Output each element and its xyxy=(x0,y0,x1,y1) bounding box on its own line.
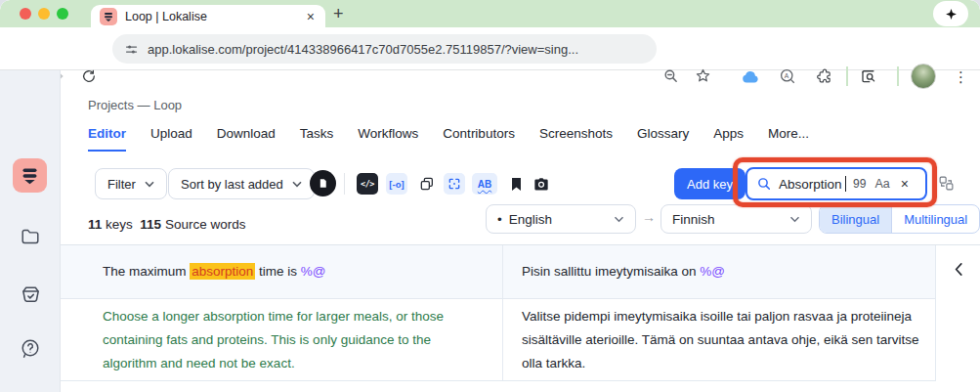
search-highlight: absorption xyxy=(190,263,255,280)
side-panel-search-icon[interactable] xyxy=(860,67,877,85)
search-icon xyxy=(756,176,772,192)
keys-count: 11 xyxy=(88,217,102,232)
collapse-panel-icon[interactable] xyxy=(954,262,963,278)
match-case-toggle[interactable]: Aa xyxy=(874,177,889,191)
spellcheck-glyph: AB xyxy=(478,179,491,190)
tab-contributors[interactable]: Contributors xyxy=(443,126,515,152)
projects-folder-icon[interactable] xyxy=(19,225,42,248)
placeholder-token: %@ xyxy=(700,264,725,279)
chevron-down-icon xyxy=(145,181,154,188)
bookmark-star-icon[interactable] xyxy=(695,67,711,84)
view-mode-toggle: Bilingual Multilingual xyxy=(819,204,980,234)
app-sidebar xyxy=(0,70,61,392)
duplicate-keys-icon[interactable] xyxy=(416,173,438,195)
keys-label: keys xyxy=(106,217,133,232)
filter-button[interactable]: Filter xyxy=(95,168,167,199)
sort-button[interactable]: Sort by last added xyxy=(168,168,315,199)
source-text-before: The maximum xyxy=(103,264,190,279)
tab-download[interactable]: Download xyxy=(217,126,276,152)
chevron-down-icon xyxy=(292,181,302,188)
tab-strip: Loop | Lokalise × + xyxy=(0,0,980,27)
focus-mode-icon[interactable] xyxy=(444,173,465,195)
tab-title: Loop | Lokalise xyxy=(125,10,297,23)
multilingual-mode-button[interactable]: Multilingual xyxy=(891,205,979,233)
browser-tab[interactable]: Loop | Lokalise × xyxy=(91,5,325,27)
zoom-out-icon[interactable] xyxy=(662,67,679,84)
browser-window: Loop | Lokalise × + app.lokalise.com/pro… xyxy=(0,0,980,392)
language-direction-arrow: → xyxy=(642,209,656,225)
bookmark-icon[interactable] xyxy=(505,173,527,195)
svg-text:A: A xyxy=(785,72,789,79)
target-cell[interactable]: Valitse pidempi imeytymisaika isoille ta… xyxy=(502,299,935,380)
profile-avatar[interactable] xyxy=(911,64,936,89)
sparkle-button[interactable] xyxy=(933,1,968,26)
add-key-button[interactable]: Add key xyxy=(674,168,746,199)
source-cell[interactable]: Choose a longer absorption time for larg… xyxy=(61,299,502,380)
chevron-down-icon xyxy=(614,216,624,223)
source-text: Choose a longer absorption time for larg… xyxy=(103,305,479,375)
key-stats: 11 keys 115 Source words xyxy=(88,217,245,232)
table-row: The maximum absorption time is %@ Pisin … xyxy=(61,245,935,299)
target-language-select[interactable]: Finnish xyxy=(660,204,812,234)
words-count: 115 xyxy=(140,217,161,232)
lokalise-logo[interactable] xyxy=(13,158,47,193)
text-caret xyxy=(845,176,847,192)
source-text-after: time is xyxy=(255,264,301,279)
tab-more[interactable]: More... xyxy=(768,126,809,152)
screenshots-camera-icon[interactable] xyxy=(531,173,552,195)
search-input[interactable]: Absorption 99 Aa × xyxy=(746,167,927,200)
target-language-label: Finnish xyxy=(672,212,715,227)
address-bar[interactable]: app.lokalise.com/project/414338966417c70… xyxy=(112,34,657,64)
breadcrumb[interactable]: Projects — Loop xyxy=(88,98,182,112)
project-nav: Editor Upload Download Tasks Workflows C… xyxy=(88,126,809,152)
words-label: Source words xyxy=(165,217,246,232)
target-text-body: Pisin sallittu imeytymisaika on xyxy=(522,264,700,279)
reload-icon[interactable] xyxy=(81,68,97,84)
browser-toolbar: app.lokalise.com/project/414338966417c70… xyxy=(0,27,980,70)
placeholders-toggle-icon[interactable]: [-o] xyxy=(386,173,407,195)
tab-upload[interactable]: Upload xyxy=(150,126,192,152)
extensions-puzzle-icon[interactable] xyxy=(816,67,833,85)
lokalise-favicon-icon xyxy=(100,8,117,25)
tab-editor[interactable]: Editor xyxy=(88,126,126,152)
search-value: Absorption xyxy=(779,177,842,192)
target-cell[interactable]: Pisin sallittu imeytymisaika on %@ xyxy=(502,245,935,298)
close-window-button[interactable] xyxy=(20,8,31,20)
tab-glossary[interactable]: Glossary xyxy=(637,126,689,152)
translate-extension-icon[interactable]: A xyxy=(779,67,796,85)
bilingual-mode-button[interactable]: Bilingual xyxy=(820,205,891,233)
browser-menu-icon[interactable]: ⋮ xyxy=(954,68,968,86)
tab-tasks[interactable]: Tasks xyxy=(300,126,334,152)
machine-translation-icon[interactable] xyxy=(939,176,954,195)
tab-screenshots[interactable]: Screenshots xyxy=(539,126,613,152)
cloud-sync-icon[interactable] xyxy=(741,67,760,87)
toolbar-divider xyxy=(846,66,848,86)
new-tab-button[interactable]: + xyxy=(333,3,344,24)
document-view-button[interactable] xyxy=(310,170,336,196)
placeholder-token: %@ xyxy=(301,264,326,279)
source-language-label: English xyxy=(509,212,552,227)
url-text: app.lokalise.com/project/414338966417c70… xyxy=(148,42,578,57)
code-view-icon[interactable]: </> xyxy=(357,173,378,195)
search-match-count: 99 xyxy=(853,177,866,191)
help-icon[interactable] xyxy=(19,336,42,360)
clear-search-icon[interactable]: × xyxy=(901,176,909,192)
tab-workflows[interactable]: Workflows xyxy=(358,126,418,152)
maximize-window-button[interactable] xyxy=(57,8,68,20)
source-text: The maximum absorption time is %@ xyxy=(103,260,326,283)
source-language-select[interactable]: • English xyxy=(486,204,636,234)
spellcheck-icon[interactable]: AB xyxy=(472,173,497,195)
filter-label: Filter xyxy=(107,177,136,192)
source-cell[interactable]: The maximum absorption time is %@ xyxy=(61,245,502,298)
tasks-basket-icon[interactable] xyxy=(19,282,42,305)
toolbar-divider xyxy=(344,173,345,195)
tab-apps[interactable]: Apps xyxy=(713,126,744,152)
sort-label: Sort by last added xyxy=(181,177,283,192)
target-text: Pisin sallittu imeytymisaika on %@ xyxy=(522,260,725,283)
target-text: Valitse pidempi imeytymisaika isoille ta… xyxy=(522,305,935,375)
source-language-bullet: • xyxy=(497,212,502,227)
tab-close-icon[interactable]: × xyxy=(305,9,317,24)
minimize-window-button[interactable] xyxy=(38,8,50,20)
site-info-icon[interactable] xyxy=(124,42,139,57)
chevron-down-icon xyxy=(789,216,800,223)
